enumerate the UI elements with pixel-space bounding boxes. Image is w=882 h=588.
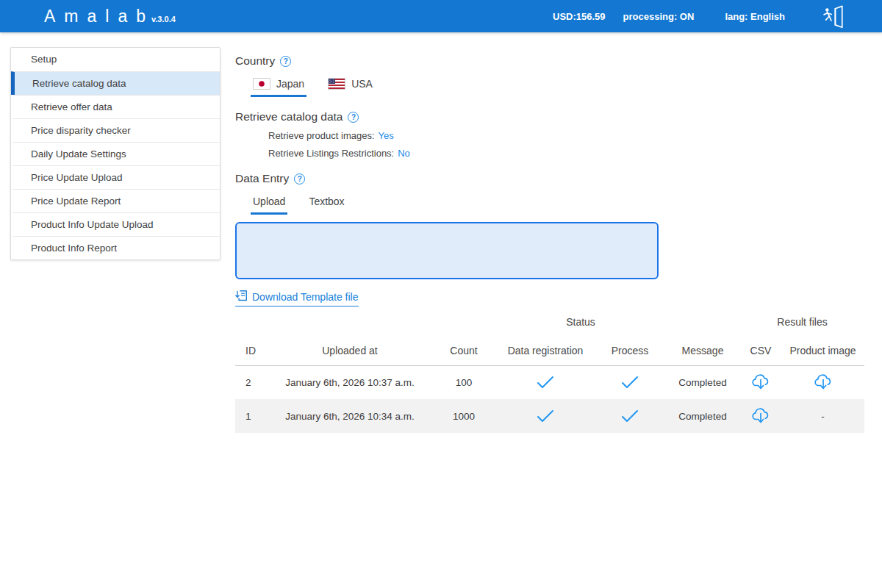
col-header-count: Count xyxy=(431,336,496,365)
upload-history-table: Status Result files ID Uploaded at Count… xyxy=(235,308,864,433)
sidebar-item-product-info-update-upload[interactable]: Product Info Update Upload xyxy=(11,212,220,236)
check-icon xyxy=(536,410,555,421)
setting-listings-restrictions: Retrieve Listings Restrictions:No xyxy=(268,148,882,159)
data-entry-section-title: Data Entry ? xyxy=(235,172,882,185)
cell-data-registration xyxy=(496,365,595,399)
sidebar-item-retrieve-offer-data[interactable]: Retrieve offer data xyxy=(11,95,220,118)
file-dropzone[interactable] xyxy=(235,222,659,279)
help-icon[interactable]: ? xyxy=(294,173,305,184)
download-template-link-label: Download Template file xyxy=(252,291,359,303)
col-header-data-registration: Data registration xyxy=(496,336,595,365)
tab-country-usa-label: USA xyxy=(351,78,373,90)
result-files-group-header: Result files xyxy=(740,308,864,336)
col-header-product-image: Product image xyxy=(781,336,864,365)
catalog-title-text: Retrieve catalog data xyxy=(235,110,343,123)
tab-textbox-label: Textbox xyxy=(309,196,344,207)
cell-product-image xyxy=(781,365,864,399)
cell-uploaded-at: January 6th, 2026 10:34 a.m. xyxy=(268,399,431,433)
setting-listings-restrictions-value: No xyxy=(398,148,410,159)
sidebar-item-setup[interactable]: Setup xyxy=(11,48,220,71)
data-entry-tabs: Upload Textbox xyxy=(251,194,882,215)
check-icon xyxy=(536,376,555,387)
table-row: 1 January 6th, 2026 10:34 a.m. 1000 Comp… xyxy=(235,399,864,433)
tab-upload-label: Upload xyxy=(253,196,285,207)
check-icon xyxy=(620,410,639,421)
cloud-download-icon[interactable] xyxy=(751,407,770,425)
check-icon xyxy=(620,376,639,387)
table-row: 2 January 6th, 2026 10:37 a.m. 100 Compl… xyxy=(235,365,864,399)
setting-product-images: Retrieve product images:Yes xyxy=(268,130,882,141)
col-header-uploaded-at: Uploaded at xyxy=(268,336,431,365)
sidebar-item-price-update-report[interactable]: Price Update Report xyxy=(11,189,220,212)
cell-process xyxy=(595,399,665,433)
tab-country-japan[interactable]: Japan xyxy=(251,76,306,97)
cell-id: 2 xyxy=(235,365,268,399)
exit-door-icon[interactable] xyxy=(820,3,845,29)
cell-uploaded-at: January 6th, 2026 10:37 a.m. xyxy=(268,365,431,399)
cell-id: 1 xyxy=(235,399,268,433)
cell-count: 100 xyxy=(431,365,496,399)
cell-message: Completed xyxy=(665,365,740,399)
catalog-settings: Retrieve product images:Yes Retrieve Lis… xyxy=(268,130,882,159)
help-icon[interactable]: ? xyxy=(348,112,359,123)
app-logo: Amalab v.3.0.4 xyxy=(44,7,176,26)
app-version: v.3.0.4 xyxy=(151,15,176,24)
cell-product-image: - xyxy=(781,399,864,433)
cell-data-registration xyxy=(496,399,595,433)
country-tabs: Japan xyxy=(251,76,882,97)
tab-country-japan-label: Japan xyxy=(276,78,304,90)
sidebar-item-retrieve-catalog-data[interactable]: Retrieve catalog data xyxy=(11,71,220,95)
download-file-icon xyxy=(235,290,248,304)
catalog-section-title: Retrieve catalog data ? xyxy=(235,110,882,123)
app-logo-text: Amalab xyxy=(44,7,154,26)
status-group-header: Status xyxy=(496,308,665,336)
help-icon[interactable]: ? xyxy=(280,56,291,67)
setting-product-images-value: Yes xyxy=(379,130,394,141)
language-label[interactable]: lang: English xyxy=(725,11,785,22)
setting-product-images-label: Retrieve product images: xyxy=(268,130,375,141)
download-template-link[interactable]: Download Template file xyxy=(235,290,359,306)
sidebar-item-price-disparity-checker[interactable]: Price disparity checker xyxy=(11,118,220,142)
col-header-message: Message xyxy=(665,336,740,365)
col-header-process: Process xyxy=(595,336,665,365)
country-title-text: Country xyxy=(235,54,275,68)
country-section-title: Country ? xyxy=(235,54,882,68)
setting-listings-restrictions-label: Retrieve Listings Restrictions: xyxy=(268,148,394,159)
sidebar-nav: Setup Retrieve catalog data Retrieve off… xyxy=(10,47,220,260)
cloud-download-icon[interactable] xyxy=(814,373,833,391)
app-header: Amalab v.3.0.4 USD:156.59 processing: ON… xyxy=(0,0,882,32)
cell-process xyxy=(595,365,665,399)
tab-upload[interactable]: Upload xyxy=(251,194,287,215)
data-entry-title-text: Data Entry xyxy=(235,172,289,185)
japan-flag-icon xyxy=(253,78,270,90)
sidebar-item-price-update-upload[interactable]: Price Update Upload xyxy=(11,165,220,189)
usa-flag-icon xyxy=(328,78,345,90)
cell-count: 1000 xyxy=(431,399,496,433)
sidebar-item-daily-update-settings[interactable]: Daily Update Settings xyxy=(11,142,220,165)
usd-rate-label: USD:156.59 xyxy=(553,11,606,22)
cell-message: Completed xyxy=(665,399,740,433)
cell-csv xyxy=(740,399,781,433)
col-header-id: ID xyxy=(235,336,268,365)
tab-country-usa[interactable]: USA xyxy=(326,76,375,97)
processing-status-label: processing: ON xyxy=(623,11,695,22)
cell-csv xyxy=(740,365,781,399)
cloud-download-icon[interactable] xyxy=(751,373,770,391)
col-header-csv: CSV xyxy=(740,336,781,365)
tab-textbox[interactable]: Textbox xyxy=(306,194,346,215)
sidebar-item-product-info-report[interactable]: Product Info Report xyxy=(11,236,220,259)
